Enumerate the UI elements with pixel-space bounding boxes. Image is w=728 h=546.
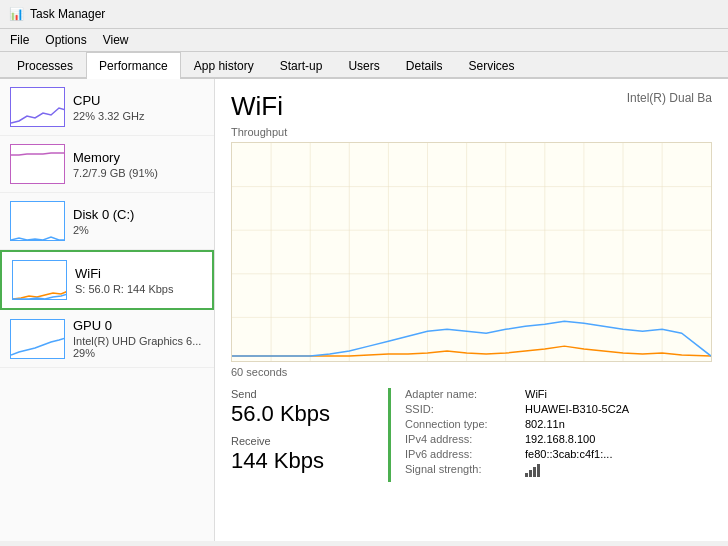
detail-connection-type: Connection type: 802.11n bbox=[405, 418, 712, 430]
send-label: Send bbox=[231, 388, 378, 400]
signal-val bbox=[525, 463, 545, 479]
receive-stat: Receive 144 Kbps bbox=[231, 435, 378, 474]
tab-processes[interactable]: Processes bbox=[4, 52, 86, 79]
disk-info: Disk 0 (C:) 2% bbox=[73, 207, 204, 236]
sidebar: CPU 22% 3.32 GHz Memory 7.2/7.9 GB (91%) bbox=[0, 79, 215, 541]
ssid-key: SSID: bbox=[405, 403, 525, 415]
app-title: Task Manager bbox=[30, 7, 105, 21]
sidebar-item-gpu[interactable]: GPU 0 Intel(R) UHD Graphics 6... 29% bbox=[0, 310, 214, 368]
memory-detail: 7.2/7.9 GB (91%) bbox=[73, 167, 204, 179]
adapter-key: Adapter name: bbox=[405, 388, 525, 400]
title-bar: 📊 Task Manager bbox=[0, 0, 728, 29]
memory-mini-graph bbox=[10, 144, 65, 184]
app-icon: 📊 bbox=[8, 6, 24, 22]
menu-file[interactable]: File bbox=[4, 31, 35, 49]
svg-rect-24 bbox=[537, 464, 540, 477]
svg-rect-1 bbox=[11, 145, 65, 184]
sidebar-item-wifi[interactable]: WiFi S: 56.0 R: 144 Kbps bbox=[0, 250, 214, 310]
menu-bar: File Options View bbox=[0, 29, 728, 52]
content-title: WiFi bbox=[231, 91, 283, 122]
cpu-name: CPU bbox=[73, 93, 204, 108]
stats-left: Send 56.0 Kbps Receive 144 Kbps bbox=[231, 388, 391, 482]
wifi-info: WiFi S: 56.0 R: 144 Kbps bbox=[75, 266, 202, 295]
memory-info: Memory 7.2/7.9 GB (91%) bbox=[73, 150, 204, 179]
wifi-mini-graph bbox=[12, 260, 67, 300]
adapter-subtitle: Intel(R) Dual Ba bbox=[627, 91, 712, 105]
receive-value: 144 Kbps bbox=[231, 448, 378, 474]
chart-time-label: 60 seconds bbox=[231, 366, 712, 378]
cpu-info: CPU 22% 3.32 GHz bbox=[73, 93, 204, 122]
sidebar-item-disk[interactable]: Disk 0 (C:) 2% bbox=[0, 193, 214, 250]
receive-label: Receive bbox=[231, 435, 378, 447]
tab-users[interactable]: Users bbox=[335, 52, 392, 79]
tab-details[interactable]: Details bbox=[393, 52, 456, 79]
disk-detail: 2% bbox=[73, 224, 204, 236]
gpu-detail: Intel(R) UHD Graphics 6... 29% bbox=[73, 335, 204, 359]
connection-key: Connection type: bbox=[405, 418, 525, 430]
cpu-detail: 22% 3.32 GHz bbox=[73, 110, 204, 122]
tab-performance[interactable]: Performance bbox=[86, 52, 181, 79]
tab-startup[interactable]: Start-up bbox=[267, 52, 336, 79]
detail-signal: Signal strength: bbox=[405, 463, 712, 479]
signal-key: Signal strength: bbox=[405, 463, 525, 479]
send-value: 56.0 Kbps bbox=[231, 401, 378, 427]
ipv6-key: IPv6 address: bbox=[405, 448, 525, 460]
detail-ipv4: IPv4 address: 192.168.8.100 bbox=[405, 433, 712, 445]
svg-rect-21 bbox=[525, 473, 528, 477]
gpu-mini-graph bbox=[10, 319, 65, 359]
detail-ipv6: IPv6 address: fe80::3cab:c4f1:... bbox=[405, 448, 712, 460]
main-content: CPU 22% 3.32 GHz Memory 7.2/7.9 GB (91%) bbox=[0, 79, 728, 541]
svg-rect-2 bbox=[11, 202, 65, 241]
stats-section: Send 56.0 Kbps Receive 144 Kbps Adapter … bbox=[231, 388, 712, 482]
wifi-name: WiFi bbox=[75, 266, 202, 281]
memory-name: Memory bbox=[73, 150, 204, 165]
disk-name: Disk 0 (C:) bbox=[73, 207, 204, 222]
ipv4-val: 192.168.8.100 bbox=[525, 433, 595, 445]
tab-app-history[interactable]: App history bbox=[181, 52, 267, 79]
menu-view[interactable]: View bbox=[97, 31, 135, 49]
wifi-detail: S: 56.0 R: 144 Kbps bbox=[75, 283, 202, 295]
connection-val: 802.11n bbox=[525, 418, 565, 430]
ipv6-val: fe80::3cab:c4f1:... bbox=[525, 448, 612, 460]
menu-options[interactable]: Options bbox=[39, 31, 92, 49]
throughput-label: Throughput bbox=[231, 126, 712, 138]
tab-services[interactable]: Services bbox=[455, 52, 527, 79]
svg-rect-22 bbox=[529, 470, 532, 477]
ssid-val: HUAWEI-B310-5C2A bbox=[525, 403, 629, 415]
adapter-val: WiFi bbox=[525, 388, 547, 400]
detail-ssid: SSID: HUAWEI-B310-5C2A bbox=[405, 403, 712, 415]
disk-mini-graph bbox=[10, 201, 65, 241]
content-header: WiFi Intel(R) Dual Ba bbox=[231, 91, 712, 122]
sidebar-item-cpu[interactable]: CPU 22% 3.32 GHz bbox=[0, 79, 214, 136]
svg-rect-4 bbox=[11, 320, 65, 359]
ipv4-key: IPv4 address: bbox=[405, 433, 525, 445]
tab-bar: Processes Performance App history Start-… bbox=[0, 52, 728, 79]
gpu-name: GPU 0 bbox=[73, 318, 204, 333]
svg-rect-5 bbox=[232, 143, 711, 361]
svg-rect-23 bbox=[533, 467, 536, 477]
cpu-mini-graph bbox=[10, 87, 65, 127]
gpu-info: GPU 0 Intel(R) UHD Graphics 6... 29% bbox=[73, 318, 204, 359]
stats-right: Adapter name: WiFi SSID: HUAWEI-B310-5C2… bbox=[391, 388, 712, 482]
content-panel: WiFi Intel(R) Dual Ba Throughput bbox=[215, 79, 728, 541]
detail-adapter: Adapter name: WiFi bbox=[405, 388, 712, 400]
throughput-chart bbox=[231, 142, 712, 362]
sidebar-item-memory[interactable]: Memory 7.2/7.9 GB (91%) bbox=[0, 136, 214, 193]
send-stat: Send 56.0 Kbps bbox=[231, 388, 378, 427]
